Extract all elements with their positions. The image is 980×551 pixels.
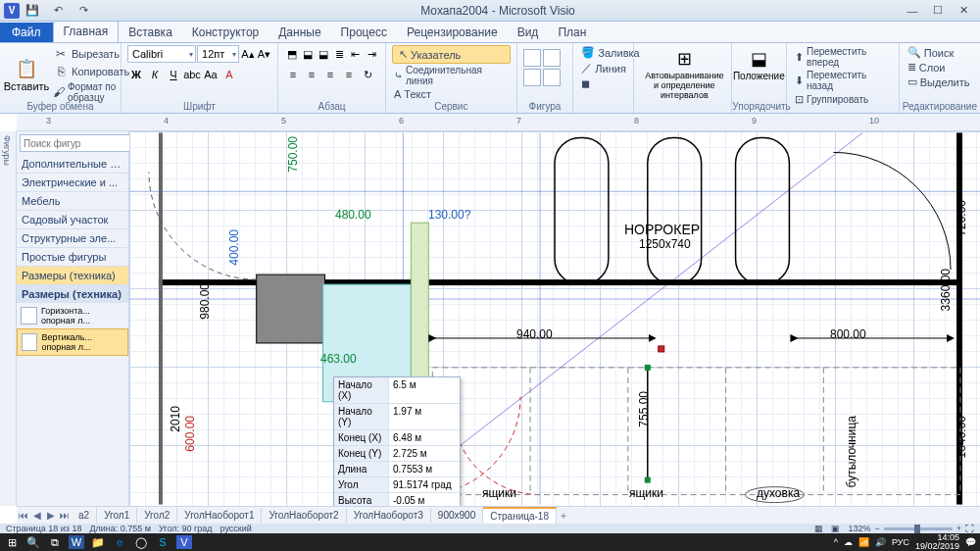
quick-shape-2[interactable] — [543, 49, 561, 67]
page-add-button[interactable]: ＋ — [557, 509, 570, 523]
stencil-structural[interactable]: Структурные эле... — [17, 229, 128, 248]
tab-review[interactable]: Рецензирование — [397, 23, 508, 42]
paste-button[interactable]: 📋 Вставить — [6, 45, 47, 104]
tray-wifi-icon[interactable]: 📶 — [858, 537, 869, 547]
sp-val[interactable]: 6.5 м — [389, 377, 460, 403]
align-center-button[interactable]: ≡ — [303, 66, 320, 83]
layers-button[interactable]: ≣Слои — [906, 60, 974, 75]
chrome-icon[interactable]: ◯ — [133, 535, 149, 549]
align-middle-button[interactable]: ⬓ — [300, 45, 315, 63]
bullets-button[interactable]: ≣ — [332, 45, 347, 63]
tab-data[interactable]: Данные — [269, 23, 330, 42]
page-tab[interactable]: Угол1 — [97, 508, 137, 523]
quick-shape-3[interactable] — [523, 69, 541, 86]
fill-button[interactable]: 🪣Заливка — [579, 45, 627, 60]
font-color-button[interactable]: A — [220, 66, 238, 83]
position-button[interactable]: ⬓ Положение — [738, 45, 779, 83]
quick-shape-1[interactable] — [523, 49, 541, 67]
align-bottom-button[interactable]: ⬓ — [317, 45, 331, 63]
tray-cloud-icon[interactable]: ☁ — [844, 537, 853, 547]
size-position-window[interactable]: Начало (X)6.5 м Начало (Y)1.97 м Конец (… — [333, 376, 461, 506]
italic-button[interactable]: К — [146, 66, 164, 83]
page-tab-active[interactable]: Страница-18 — [483, 507, 557, 524]
page-nav-first[interactable]: ⏮ — [17, 510, 30, 521]
drawing-canvas[interactable]: 750.00 480.00 130.00? НОРРОКЕР 1250x740 … — [129, 131, 980, 506]
tray-volume-icon[interactable]: 🔊 — [875, 537, 886, 547]
line-button[interactable]: ／Линия — [579, 60, 627, 76]
align-right-button[interactable]: ≡ — [321, 66, 339, 83]
skype-icon[interactable]: S — [155, 535, 171, 549]
page-tab[interactable]: 900x900 — [431, 508, 483, 523]
group-button[interactable]: ⊡Группировать — [793, 92, 893, 107]
view-normal-icon[interactable]: ▦ — [814, 524, 823, 533]
rotate-text-button[interactable]: ↻ — [359, 66, 376, 83]
tab-design[interactable]: Конструктор — [182, 23, 269, 42]
start-button[interactable]: ⊞ — [4, 535, 20, 549]
align-top-button[interactable]: ⬒ — [284, 45, 299, 63]
shape-vertical-baseline[interactable]: Вертикаль... опорная л... — [17, 328, 128, 356]
stencil-garden[interactable]: Садовый участок — [17, 211, 128, 229]
search-taskbar-icon[interactable]: 🔍 — [25, 535, 41, 549]
page-tab[interactable]: УголНаоборот2 — [262, 508, 346, 523]
page-nav-last[interactable]: ⏭ — [58, 510, 72, 521]
align-left-button[interactable]: ≡ — [284, 66, 302, 83]
minimize-button[interactable]: — — [900, 2, 925, 20]
qat-save-icon[interactable]: 💾 — [20, 2, 45, 20]
tab-process[interactable]: Процесс — [331, 23, 397, 42]
bring-front-button[interactable]: ⬆Переместить вперед — [793, 45, 893, 69]
stencil-basic[interactable]: Простые фигуры — [17, 248, 128, 267]
find-button[interactable]: 🔍Поиск — [906, 45, 974, 60]
edge-icon[interactable]: e — [112, 535, 127, 549]
page-tab[interactable]: УголНаоборот3 — [347, 508, 431, 523]
tab-home[interactable]: Главная — [53, 21, 120, 42]
qat-redo-icon[interactable]: ↷ — [71, 2, 96, 20]
shadow-button[interactable]: ◼ — [579, 76, 627, 91]
fit-page-button[interactable]: ⛶ — [965, 524, 974, 533]
word-icon[interactable]: W — [69, 535, 84, 549]
copy-button[interactable]: ⎘Копировать — [51, 63, 131, 80]
stencil-more[interactable]: Дополнительные фи... — [17, 155, 128, 174]
quick-shape-4[interactable] — [543, 69, 561, 86]
increase-font-button[interactable]: A▴ — [240, 45, 255, 63]
page-tab[interactable]: Угол2 — [137, 508, 177, 523]
indent-dec-button[interactable]: ⇤ — [348, 45, 363, 63]
view-full-icon[interactable]: ▣ — [831, 524, 840, 533]
page-nav-next[interactable]: ▶ — [44, 510, 58, 521]
stencil-dimensions[interactable]: Размеры (техника) — [17, 267, 128, 285]
strike-button[interactable]: abc — [183, 66, 201, 83]
autoalign-button[interactable]: ⊞ Автовыравнивание и определение интерва… — [640, 45, 728, 102]
page-tab[interactable]: УголНаоборот1 — [177, 508, 262, 523]
page-tab[interactable]: а2 — [72, 508, 97, 523]
tab-plan[interactable]: План — [548, 23, 596, 42]
connector-tool-button[interactable]: ⤷Соединительная линия — [392, 64, 511, 87]
justify-button[interactable]: ≡ — [340, 66, 358, 83]
cut-button[interactable]: ✂Вырезать — [51, 45, 131, 63]
tab-insert[interactable]: Вставка — [119, 23, 182, 42]
close-button[interactable]: ✕ — [951, 2, 976, 20]
decrease-font-button[interactable]: A▾ — [257, 45, 271, 63]
page-nav-prev[interactable]: ◀ — [30, 510, 44, 521]
zoom-slider[interactable] — [884, 527, 953, 530]
taskview-icon[interactable]: ⧉ — [47, 535, 63, 549]
underline-button[interactable]: Ч — [165, 66, 182, 83]
tray-up-icon[interactable]: ^ — [834, 537, 838, 547]
select-button[interactable]: ▭Выделить — [906, 75, 974, 89]
text-tool-button[interactable]: AТекст — [392, 87, 511, 101]
text-highlight-button[interactable]: Aa — [202, 66, 220, 83]
stencil-furniture[interactable]: Мебель — [17, 192, 128, 211]
send-back-button[interactable]: ⬇Переместить назад — [793, 69, 893, 92]
stencil-electrical[interactable]: Электрические и ... — [17, 174, 128, 192]
bold-button[interactable]: Ж — [127, 66, 145, 83]
visio-taskbar-icon[interactable]: V — [176, 535, 192, 549]
notifications-icon[interactable]: 💬 — [965, 537, 976, 547]
font-size-combo[interactable]: 12пт — [197, 45, 239, 63]
font-family-combo[interactable]: Calibri — [127, 45, 196, 63]
explorer-icon[interactable]: 📁 — [90, 535, 106, 549]
shape-horizontal-baseline[interactable]: Горизонта... опорная л... — [17, 303, 128, 328]
tab-view[interactable]: Вид — [508, 23, 549, 42]
maximize-button[interactable]: ☐ — [925, 2, 951, 20]
tray-lang[interactable]: РУС — [892, 537, 909, 547]
file-tab[interactable]: Файл — [0, 23, 53, 42]
pointer-tool-button[interactable]: ↖Указатель — [392, 45, 511, 64]
zoom-out-button[interactable]: − — [874, 524, 879, 533]
